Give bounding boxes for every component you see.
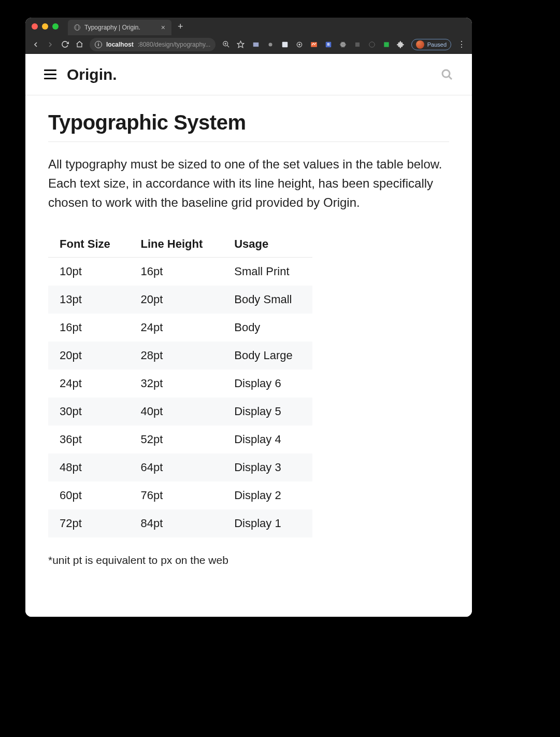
url-bar[interactable]: i localhost:8080/design/typography... <box>90 38 216 51</box>
cell-font-size: 30pt <box>48 398 129 426</box>
info-icon: i <box>95 41 102 48</box>
page-viewport: Origin. Typographic System All typograph… <box>25 54 472 617</box>
browser-menu-button[interactable]: ⋮ <box>457 39 466 49</box>
brand-logo[interactable]: Origin. <box>67 66 117 83</box>
svg-point-9 <box>298 44 300 46</box>
footnote: *unit pt is equivalent to px on the web <box>48 554 449 566</box>
extension-icon[interactable] <box>339 40 347 49</box>
svg-line-1 <box>227 45 229 47</box>
window-maximize-button[interactable] <box>52 23 59 30</box>
cell-line-height: 52pt <box>129 426 223 453</box>
svg-rect-5 <box>253 42 259 46</box>
table-row: 72pt84ptDisplay 1 <box>48 509 312 537</box>
url-path: :8080/design/typography... <box>138 41 211 48</box>
th-font-size: Font Size <box>48 231 129 258</box>
forward-button[interactable] <box>46 40 54 49</box>
extension-icon[interactable]: B <box>324 40 333 49</box>
browser-toolbar: i localhost:8080/design/typography... B … <box>25 35 472 54</box>
cell-line-height: 76pt <box>129 481 223 509</box>
browser-window: Typography | Origin. × + i localhost:808… <box>25 18 472 617</box>
window-close-button[interactable] <box>32 23 38 30</box>
extension-icon[interactable] <box>252 40 260 49</box>
th-usage: Usage <box>223 231 312 258</box>
extension-icon[interactable] <box>310 40 318 49</box>
svg-point-18 <box>369 41 375 47</box>
cell-font-size: 13pt <box>48 286 129 314</box>
extension-icon[interactable] <box>281 40 289 49</box>
window-minimize-button[interactable] <box>42 23 48 30</box>
svg-line-21 <box>449 76 452 79</box>
cell-usage: Display 4 <box>223 426 312 453</box>
avatar-icon <box>416 40 424 49</box>
search-button[interactable] <box>441 68 453 81</box>
cell-line-height: 40pt <box>129 398 223 426</box>
cell-font-size: 20pt <box>48 342 129 370</box>
svg-rect-17 <box>355 42 360 46</box>
cell-line-height: 84pt <box>129 509 223 537</box>
svg-rect-7 <box>282 41 288 47</box>
table-row: 30pt40ptDisplay 5 <box>48 398 312 426</box>
hamburger-menu-button[interactable] <box>44 69 56 79</box>
cell-line-height: 16pt <box>129 257 223 286</box>
cell-usage: Display 2 <box>223 481 312 509</box>
table-row: 60pt76ptDisplay 2 <box>48 481 312 509</box>
url-host: localhost <box>106 41 134 48</box>
profile-paused-chip[interactable]: Paused <box>411 39 451 50</box>
table-row: 48pt64ptDisplay 3 <box>48 453 312 481</box>
reload-button[interactable] <box>61 40 69 49</box>
cell-usage: Display 1 <box>223 509 312 537</box>
cell-font-size: 60pt <box>48 481 129 509</box>
extension-icons: B Paused ⋮ <box>252 39 466 50</box>
table-row: 24pt32ptDisplay 6 <box>48 370 312 398</box>
cell-usage: Small Print <box>223 257 312 286</box>
table-row: 16pt24ptBody <box>48 314 312 342</box>
page-content: Typographic System All typography must b… <box>25 95 472 587</box>
cell-usage: Display 6 <box>223 370 312 398</box>
svg-rect-19 <box>384 42 389 47</box>
extension-icon[interactable] <box>382 40 391 49</box>
browser-tab[interactable]: Typography | Origin. × <box>68 20 171 35</box>
tab-title: Typography | Origin. <box>84 24 140 31</box>
table-row: 10pt16ptSmall Print <box>48 257 312 286</box>
cell-font-size: 16pt <box>48 314 129 342</box>
extensions-puzzle-icon[interactable] <box>397 40 405 49</box>
tab-close-button[interactable]: × <box>161 23 165 32</box>
cell-line-height: 64pt <box>129 453 223 481</box>
svg-marker-4 <box>237 41 244 48</box>
table-header-row: Font Size Line Height Usage <box>48 231 312 258</box>
new-tab-button[interactable]: + <box>178 21 183 32</box>
svg-point-20 <box>442 70 450 77</box>
cell-font-size: 24pt <box>48 370 129 398</box>
app-header: Origin. <box>25 54 472 95</box>
home-button[interactable] <box>75 40 83 49</box>
intro-paragraph: All typography must be sized to one of t… <box>48 154 449 212</box>
extension-icon[interactable] <box>295 40 304 49</box>
th-line-height: Line Height <box>129 231 223 258</box>
extension-icon[interactable] <box>368 40 376 49</box>
page-title: Typographic System <box>48 111 449 142</box>
cell-font-size: 10pt <box>48 257 129 286</box>
cell-font-size: 36pt <box>48 426 129 453</box>
cell-font-size: 48pt <box>48 453 129 481</box>
titlebar: Typography | Origin. × + <box>25 18 472 35</box>
cell-font-size: 72pt <box>48 509 129 537</box>
svg-point-13 <box>342 44 343 45</box>
cell-usage: Display 3 <box>223 453 312 481</box>
cell-line-height: 20pt <box>129 286 223 314</box>
cell-usage: Body Large <box>223 342 312 370</box>
cell-line-height: 32pt <box>129 370 223 398</box>
cell-usage: Body <box>223 314 312 342</box>
bookmark-star-icon[interactable] <box>236 40 245 49</box>
extension-icon[interactable] <box>266 40 275 49</box>
zoom-icon[interactable] <box>222 40 230 49</box>
table-row: 13pt20ptBody Small <box>48 286 312 314</box>
extension-icon[interactable] <box>353 40 362 49</box>
svg-text:B: B <box>327 42 329 46</box>
svg-point-6 <box>268 42 272 46</box>
back-button[interactable] <box>32 40 40 49</box>
cell-usage: Display 5 <box>223 398 312 426</box>
typography-table: Font Size Line Height Usage 10pt16ptSmal… <box>48 231 312 537</box>
paused-label: Paused <box>427 41 447 48</box>
table-row: 20pt28ptBody Large <box>48 342 312 370</box>
globe-icon <box>74 24 80 31</box>
